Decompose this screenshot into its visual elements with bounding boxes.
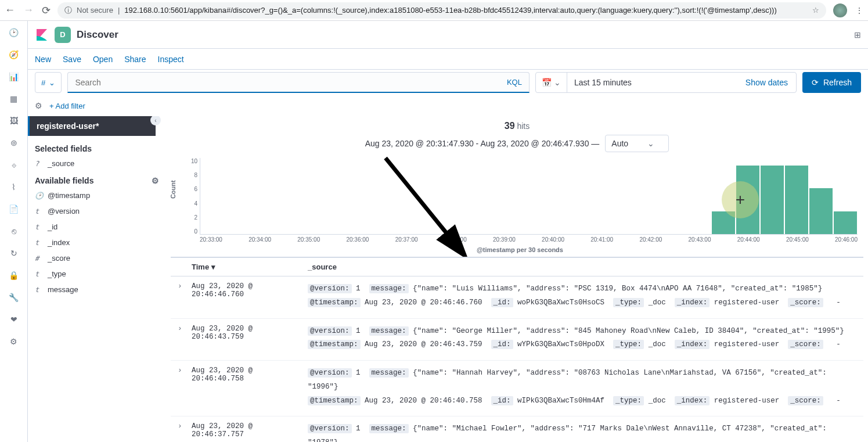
expand-toggle-icon[interactable]: ›: [178, 282, 192, 310]
gear-icon[interactable]: ⚙: [152, 176, 159, 185]
source-cell: @version: 1 message: {"name": "Hannah Ha…: [308, 366, 856, 408]
nav-apm-icon[interactable]: ⎋: [7, 224, 21, 238]
expand-toggle-icon[interactable]: ›: [178, 422, 192, 442]
field-item[interactable]: t@version: [28, 203, 166, 219]
nav-visualize-icon[interactable]: 📊: [7, 70, 21, 84]
search-input[interactable]: [75, 78, 507, 87]
info-icon: ⓘ: [64, 5, 72, 16]
source-cell: @version: 1 message: {"name": "George Mi…: [308, 325, 856, 353]
table-body: ›Aug 23, 2020 @ 20:46:46.760@version: 1 …: [171, 276, 863, 442]
collapse-sidebar-icon[interactable]: ‹: [150, 116, 161, 125]
space-badge[interactable]: D: [55, 27, 71, 43]
nav-arrows: ← → ⟳: [5, 4, 51, 17]
avatar[interactable]: [833, 3, 847, 17]
expand-toggle-icon[interactable]: ›: [178, 325, 192, 353]
field-item[interactable]: 🕑@timestamp: [28, 188, 166, 203]
interval-value: Auto: [611, 139, 628, 148]
field-item[interactable]: #_score: [28, 250, 166, 266]
nav-siem-icon[interactable]: 🔒: [7, 268, 21, 282]
chevron-down-icon: ⌄: [49, 78, 55, 87]
nav-maps-icon[interactable]: ⊚: [7, 136, 21, 150]
table-row[interactable]: ›Aug 23, 2020 @ 20:46:46.760@version: 1 …: [171, 276, 863, 319]
query-bar: #⌄ KQL 📅 ⌄ Last 15 minutes Show dates ⟳R…: [28, 70, 868, 95]
kibana-logo-icon: [35, 28, 49, 42]
chart-bar: [809, 188, 833, 234]
star-icon[interactable]: ☆: [812, 6, 819, 15]
field-type-icon: #: [35, 254, 43, 263]
chart-x-label: @timestamp per 30 seconds: [182, 246, 858, 253]
chart-y-ticks: 1086420: [185, 158, 197, 235]
chart-plot: [200, 158, 858, 235]
table-header: Time ▾ _source: [171, 258, 863, 276]
menu-open[interactable]: Open: [93, 55, 113, 64]
field-type-icon: t: [35, 270, 43, 278]
results-pane: 39 hits Aug 23, 2020 @ 20:31:47.930 - Au…: [166, 116, 868, 442]
table-row[interactable]: ›Aug 23, 2020 @ 20:46:40.758@version: 1 …: [171, 361, 863, 416]
reload-icon[interactable]: ⟳: [42, 4, 51, 17]
url-bar[interactable]: ⓘ Not secure | 192.168.0.10:5601/app/kib…: [57, 2, 826, 19]
table-row[interactable]: ›Aug 23, 2020 @ 20:46:43.759@version: 1 …: [171, 319, 863, 361]
show-dates-link[interactable]: Show dates: [737, 78, 796, 87]
field-item[interactable]: t_type: [28, 266, 166, 282]
zoom-marker: +: [722, 181, 759, 218]
kql-label[interactable]: KQL: [507, 78, 522, 87]
col-source-header[interactable]: _source: [308, 263, 856, 271]
table-row[interactable]: ›Aug 23, 2020 @ 20:46:37.757@version: 1 …: [171, 416, 863, 442]
nav-canvas-icon[interactable]: 🖼: [7, 114, 21, 128]
col-time-header[interactable]: Time ▾: [192, 263, 308, 271]
selected-fields-list: ?_source: [28, 156, 166, 171]
menu-inspect[interactable]: Inspect: [158, 55, 184, 64]
hash-icon: #: [41, 78, 45, 87]
source-cell: @version: 1 message: {"name": "Michael F…: [308, 422, 856, 442]
calendar-icon[interactable]: 📅 ⌄: [536, 73, 567, 92]
chart-bars: [200, 158, 858, 234]
nav-logs-icon[interactable]: 📄: [7, 202, 21, 216]
sort-desc-icon: ▾: [211, 263, 215, 271]
nav-monitor-icon[interactable]: ❤: [7, 312, 21, 326]
field-type-icon: t: [35, 223, 43, 231]
nav-recent-icon[interactable]: 🕑: [7, 26, 21, 39]
menu-save[interactable]: Save: [63, 55, 81, 64]
index-pattern-selector[interactable]: registered-user*: [28, 116, 156, 136]
back-icon[interactable]: ←: [5, 4, 15, 17]
page-title: Discover: [77, 29, 118, 41]
field-name: @version: [48, 207, 80, 215]
field-type-icon: t: [35, 207, 43, 215]
menu-share[interactable]: Share: [124, 55, 146, 64]
nav-ml-icon[interactable]: ⟐: [7, 158, 21, 172]
header-actions-icon[interactable]: ⊞: [854, 30, 861, 39]
chart-y-label: Count: [170, 180, 177, 199]
date-picker[interactable]: 📅 ⌄ Last 15 minutes Show dates: [535, 72, 797, 93]
filter-lang-button[interactable]: #⌄: [35, 72, 62, 93]
refresh-icon: ⟳: [812, 78, 819, 87]
menu-icon[interactable]: ⋮: [855, 6, 863, 15]
time-cell: Aug 23, 2020 @ 20:46:46.760: [192, 282, 308, 310]
top-menu: New Save Open Share Inspect: [28, 49, 868, 70]
chevron-down-icon: ⌄: [554, 78, 561, 87]
field-item[interactable]: t_index: [28, 235, 166, 250]
nav-dev-icon[interactable]: 🔧: [7, 290, 21, 304]
url-text: 192.168.0.10:5601/app/kibana#/discover?_…: [124, 6, 808, 15]
nav-metrics-icon[interactable]: ⌇: [7, 180, 21, 194]
field-name: _index: [48, 238, 70, 247]
gear-icon[interactable]: ⚙: [35, 101, 42, 110]
nav-mgmt-icon[interactable]: ⚙: [7, 335, 21, 348]
search-box[interactable]: KQL: [67, 72, 530, 93]
field-item[interactable]: t_id: [28, 219, 166, 235]
nav-dashboard-icon[interactable]: ▦: [7, 92, 21, 106]
hits-header: 39 hits: [171, 116, 863, 132]
expand-toggle-icon[interactable]: ›: [178, 366, 192, 408]
field-item[interactable]: ?_source: [28, 156, 166, 171]
forward-icon[interactable]: →: [23, 4, 34, 17]
field-item[interactable]: tmessage: [28, 282, 166, 297]
field-name: @timestamp: [48, 191, 90, 200]
histogram-chart[interactable]: Count 1086420 20:33:0020:34:0020:35:0020…: [182, 158, 858, 251]
interval-select[interactable]: Auto ⌄: [605, 135, 669, 152]
not-secure-label: Not secure: [77, 6, 113, 15]
add-filter-link[interactable]: + Add filter: [49, 102, 85, 110]
refresh-button[interactable]: ⟳Refresh: [802, 72, 861, 93]
app-header: D Discover ⊞: [28, 21, 868, 49]
nav-discover-icon[interactable]: 🧭: [7, 48, 21, 62]
nav-uptime-icon[interactable]: ↻: [7, 246, 21, 260]
menu-new[interactable]: New: [35, 55, 51, 64]
